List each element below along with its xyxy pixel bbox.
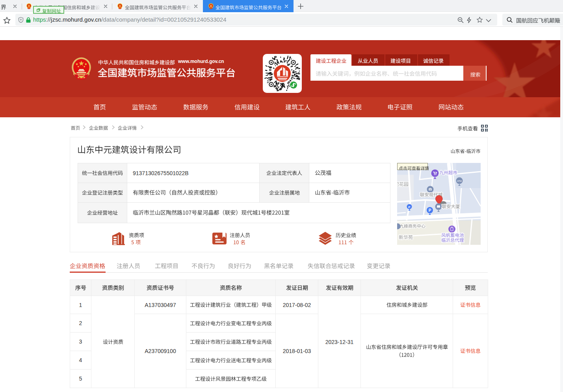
svg-text:P: P: [408, 205, 411, 209]
svg-text:P: P: [429, 208, 431, 213]
svg-text:ATM: ATM: [457, 180, 462, 182]
